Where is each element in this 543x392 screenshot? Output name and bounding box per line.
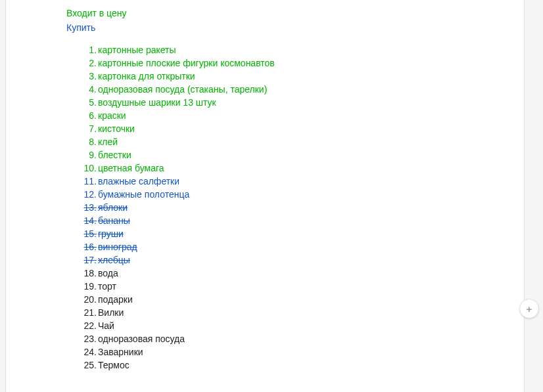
list-item: клей: [98, 135, 524, 148]
list-item: влажные салфетки: [98, 175, 524, 188]
heading-included: Входит в цену: [66, 7, 524, 20]
list-item: торт: [98, 280, 524, 293]
list-item: Чай: [98, 319, 524, 332]
shopping-list: картонные ракетыкартонные плоские фигурк…: [66, 43, 524, 372]
list-item: одноразовая посуда (стаканы, тарелки): [98, 83, 524, 96]
list-item: картонные плоские фигурки космонавтов: [98, 56, 524, 70]
list-item: Термос: [98, 359, 524, 372]
list-item: одноразовая посуда: [98, 332, 524, 345]
add-button[interactable]: +: [519, 299, 539, 318]
plus-icon: +: [527, 303, 532, 315]
list-item: Заварники: [98, 345, 524, 359]
list-item: яблоки: [98, 201, 524, 214]
list-item: кисточки: [98, 122, 524, 135]
heading-buy: Купить: [66, 21, 524, 34]
list-item: Вилки: [98, 306, 524, 319]
list-item: бумажные полотенца: [98, 188, 524, 201]
list-item: вода: [98, 267, 524, 280]
list-item: блестки: [98, 148, 524, 162]
list-item: хлебцы: [98, 253, 524, 267]
document-page: Входит в цену Купить картонные ракетыкар…: [5, 0, 525, 392]
list-item: картонка для открытки: [98, 70, 524, 83]
list-item: краски: [98, 109, 524, 122]
list-item: воздушные шарики 13 штук: [98, 96, 524, 109]
list-item: картонные ракеты: [98, 43, 524, 56]
list-item: подарки: [98, 293, 524, 306]
list-item: груши: [98, 227, 524, 240]
list-item: виноград: [98, 240, 524, 253]
list-item: бананы: [98, 214, 524, 227]
list-item: цветная бумага: [98, 162, 524, 175]
